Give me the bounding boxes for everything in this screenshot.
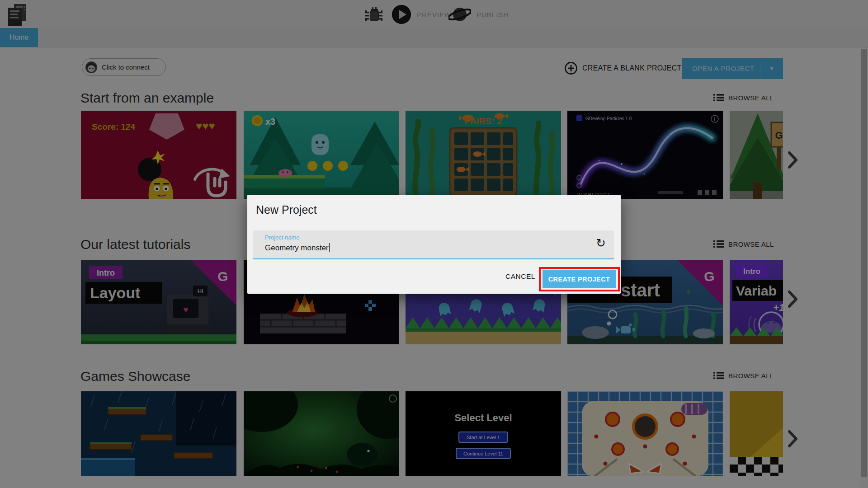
- refresh-icon[interactable]: ↻: [596, 237, 606, 249]
- dialog-title: New Project: [256, 203, 317, 216]
- project-name-value: Geometry monster: [265, 244, 329, 252]
- annotation-highlight-box: [539, 267, 620, 291]
- input-focus-underline: [253, 258, 614, 260]
- cancel-button[interactable]: CANCEL: [505, 272, 535, 281]
- project-name-label: Project name: [265, 234, 300, 241]
- text-cursor: [329, 243, 330, 252]
- project-name-input[interactable]: Project name Geometry monster ↻: [253, 230, 614, 258]
